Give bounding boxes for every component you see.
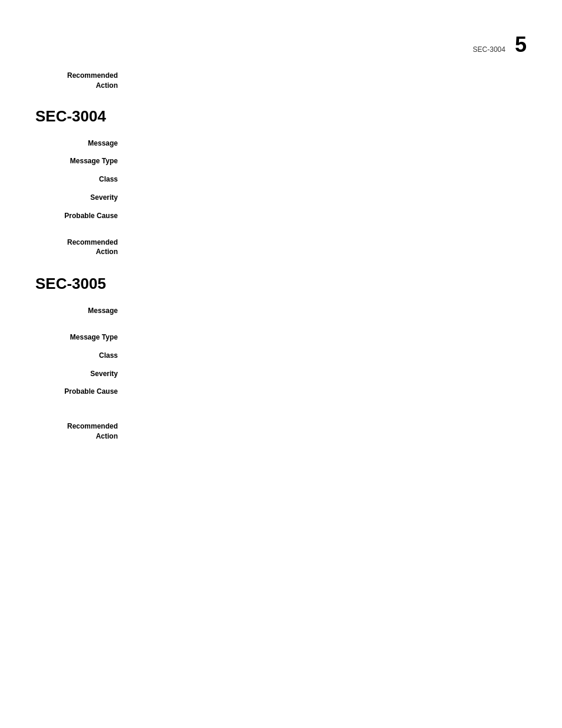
sec-3005-message-type-row: Message Type — [35, 332, 542, 342]
spacer-1 — [35, 229, 542, 238]
sec-3005-recommended-action-label: RecommendedAction — [35, 421, 118, 442]
sec-3004-probable-cause-row: Probable Cause — [35, 211, 542, 221]
sec-3005-class-row: Class — [35, 351, 542, 361]
spacer-3 — [35, 405, 542, 421]
spacer-2 — [35, 324, 542, 332]
sec-3004-severity-label: Severity — [35, 193, 118, 203]
sec-3004-title: SEC-3004 — [35, 107, 542, 126]
sec-3004-message-type-row: Message Type — [35, 156, 542, 166]
sec-3004-severity-row: Severity — [35, 193, 542, 203]
top-recommended-action: RecommendedAction — [35, 71, 118, 91]
page-number: 5 — [515, 32, 527, 57]
sec-3005-section: SEC-3005 Message Message Type Class Seve… — [35, 275, 542, 442]
main-content: RecommendedAction SEC-3004 Message Messa… — [35, 71, 542, 442]
sec-3005-probable-cause-row: Probable Cause — [35, 387, 542, 397]
sec-3005-severity-row: Severity — [35, 369, 542, 379]
sec-3005-title: SEC-3005 — [35, 275, 542, 293]
sec-3005-recommended-action-row: RecommendedAction — [35, 421, 542, 442]
sec-3005-message-row: Message — [35, 306, 542, 316]
sec-3004-class-row: Class — [35, 174, 542, 185]
sec-3004-recommended-action-label: RecommendedAction — [35, 238, 118, 258]
header-label: SEC-3004 — [473, 45, 505, 54]
sec-3004-class-label: Class — [35, 174, 118, 185]
sec-3004-message-type-label: Message Type — [35, 156, 118, 166]
sec-3004-message-row: Message — [35, 139, 542, 149]
sec-3004-recommended-action-row: RecommendedAction — [35, 238, 542, 258]
sec-3005-class-label: Class — [35, 351, 118, 361]
sec-3005-message-type-label: Message Type — [35, 332, 118, 342]
sec-3004-message-label: Message — [35, 139, 118, 149]
sec-3005-message-label: Message — [35, 306, 118, 316]
sec-3005-probable-cause-label: Probable Cause — [35, 387, 118, 397]
page-header: SEC-3004 5 — [473, 32, 527, 57]
sec-3004-section: SEC-3004 Message Message Type Class Seve… — [35, 107, 542, 258]
sec-3005-severity-label: Severity — [35, 369, 118, 379]
sec-3004-probable-cause-label: Probable Cause — [35, 211, 118, 221]
